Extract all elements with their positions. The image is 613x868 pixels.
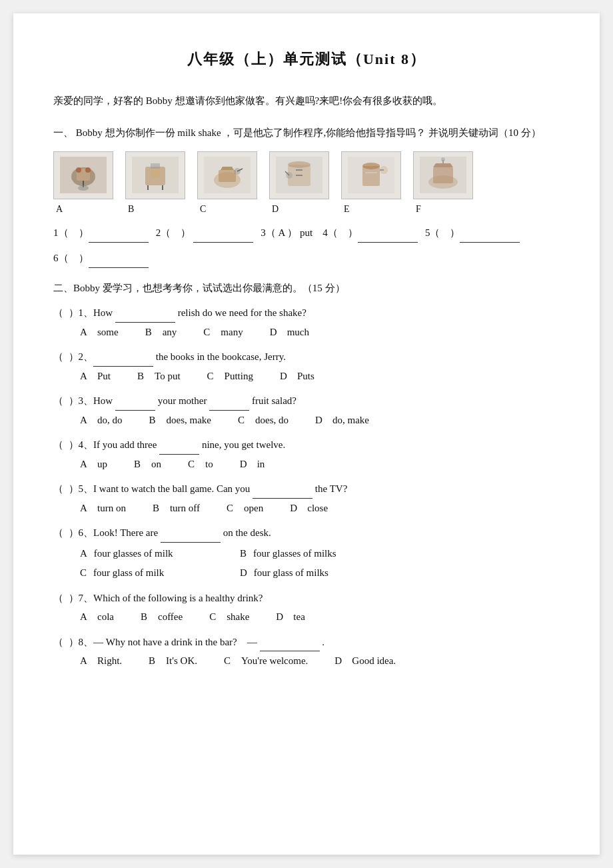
section-two-header: 二、Bobby 爱学习，也想考考你，试试选出你最满意的。（15 分）: [53, 280, 560, 297]
choice-7a: Acola: [80, 609, 114, 626]
svg-point-12: [150, 169, 161, 177]
img-item-d: D: [269, 151, 329, 217]
question-7: （ ）7、Which of the following is a healthy…: [53, 589, 560, 608]
page-title: 八年级（上）单元测试（Unit 8）: [53, 47, 560, 71]
page: 八年级（上）单元测试（Unit 8） 亲爱的同学，好客的 Bobby 想邀请你到…: [13, 13, 600, 855]
choices-4: Aup Bon Cto Din: [80, 456, 560, 473]
choice-2c: CPutting: [207, 368, 253, 385]
img-box-e: [341, 151, 401, 199]
choices-2: APut BTo put CPutting DPuts: [80, 368, 560, 385]
svg-rect-9: [151, 163, 160, 169]
choice-1c: Cmany: [203, 324, 243, 341]
img-item-c: C: [197, 151, 257, 217]
svg-point-5: [76, 167, 81, 173]
choice-3d: Ddo, make: [315, 412, 369, 429]
img-item-e: E: [341, 151, 401, 217]
choice-5b: Bturn off: [153, 500, 200, 517]
question-2: （ ）2、 the books in the bookcase, Jerry.: [53, 347, 560, 367]
choices-5: Aturn on Bturn off Copen Dclose: [80, 500, 560, 517]
img-box-a: [53, 151, 113, 199]
img-box-c: [197, 151, 257, 199]
choice-4c: Cto: [188, 456, 213, 473]
choice-1a: Asome: [80, 324, 119, 341]
section-one: 一、 Bobby 想为你制作一份 milk shake ，可是他忘了制作程序,你…: [53, 124, 560, 268]
svg-marker-16: [221, 167, 234, 170]
svg-rect-15: [219, 170, 236, 182]
choice-7d: Dtea: [276, 609, 305, 626]
section-one-header: 一、 Bobby 想为你制作一份 milk shake ，可是他忘了制作程序,你…: [53, 124, 560, 142]
choice-8b: BIt's OK.: [149, 653, 197, 670]
choice-3a: Ado, do: [80, 412, 123, 429]
choice-7c: Cshake: [209, 609, 249, 626]
svg-rect-34: [433, 167, 453, 183]
svg-point-37: [441, 157, 445, 161]
img-item-a: A: [53, 151, 113, 217]
question-3: （ ）3、How your mother fruit salad?: [53, 391, 560, 411]
question-5: （ ）5、I want to watch the ball game. Can …: [53, 479, 560, 499]
choice-6b: Bfour glasses of milks: [240, 545, 386, 563]
choice-5c: Copen: [227, 500, 263, 517]
choices-1: Asome Bany Cmany Dmuch: [80, 324, 560, 341]
choices-6: Afour glasses of milk Bfour glasses of m…: [80, 545, 560, 563]
answer-row-2: 6（ ）: [53, 248, 560, 268]
svg-point-21: [288, 161, 310, 168]
choice-4b: Bon: [134, 456, 161, 473]
choice-3b: Bdoes, make: [149, 412, 211, 429]
intro-text: 亲爱的同学，好客的 Bobby 想邀请你到他家做客。有兴趣吗?来吧!你会有很多收…: [53, 91, 560, 111]
question-4: （ ）4、If you add three nine, you get twel…: [53, 435, 560, 455]
choice-3c: Cdoes, do: [238, 412, 289, 429]
section-two: 二、Bobby 爱学习，也想考考你，试试选出你最满意的。（15 分） （ ）1、…: [53, 280, 560, 670]
img-box-d: [269, 151, 329, 199]
choice-8d: DGood idea.: [334, 653, 396, 670]
choice-4d: Din: [240, 456, 265, 473]
choice-7b: Bcoffee: [141, 609, 183, 626]
choice-2b: BTo put: [137, 368, 181, 385]
svg-point-4: [78, 185, 89, 191]
img-box-f: [413, 151, 473, 199]
svg-marker-35: [433, 163, 453, 167]
choice-2a: APut: [80, 368, 111, 385]
img-label-f: F: [413, 201, 421, 217]
svg-point-6: [85, 167, 91, 173]
img-item-f: F: [413, 151, 473, 217]
img-label-e: E: [341, 201, 350, 217]
choice-6c: Cfour glass of milk: [80, 565, 227, 582]
question-1: （ ）1、How relish do we need for the shake…: [53, 303, 560, 323]
svg-point-28: [362, 163, 380, 169]
img-label-d: D: [269, 201, 279, 217]
img-label-a: A: [53, 201, 63, 217]
choice-6d: Dfour glass of milks: [240, 565, 386, 582]
choices-8: ARight. BIt's OK. CYou're welcome. DGood…: [80, 653, 560, 670]
img-box-b: [125, 151, 185, 199]
choice-8c: CYou're welcome.: [224, 653, 308, 670]
choice-8a: ARight.: [80, 653, 122, 670]
choices-3: Ado, do Bdoes, make Cdoes, do Ddo, make: [80, 412, 560, 429]
question-8: （ ）8、— Why not have a drink in the bar? …: [53, 633, 560, 652]
choice-1b: Bany: [145, 324, 177, 341]
choice-6a: Afour glasses of milk: [80, 545, 227, 563]
choices-6-row2: Cfour glass of milk Dfour glass of milks: [80, 565, 560, 582]
answer-row-1: 1（ ） 2（ ） 3（ A ） put 4（ ） 5（ ）: [53, 223, 560, 243]
img-label-b: B: [125, 201, 134, 217]
choice-1d: Dmuch: [270, 324, 309, 341]
choices-7: Acola Bcoffee Cshake Dtea: [80, 609, 560, 626]
choice-5a: Aturn on: [80, 500, 126, 517]
choice-5d: Dclose: [290, 500, 328, 517]
img-label-c: C: [197, 201, 206, 217]
choice-2d: DPuts: [280, 368, 314, 385]
images-row: A B: [53, 151, 560, 217]
question-6: （ ）6、Look! There are on the desk.: [53, 523, 560, 543]
img-item-b: B: [125, 151, 185, 217]
choice-4a: Aup: [80, 456, 107, 473]
